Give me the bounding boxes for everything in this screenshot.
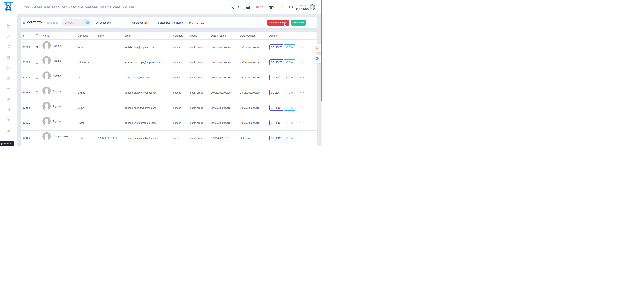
svg-text:?: ? [290, 6, 292, 9]
svg-text:12: 12 [8, 26, 9, 27]
